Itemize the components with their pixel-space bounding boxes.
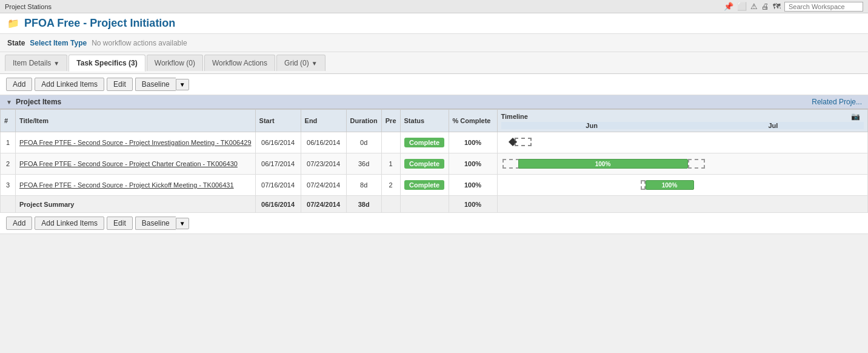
th-timeline: Timeline 📷 Jun Jul (497, 110, 867, 132)
row-2-gantt: 100% (497, 153, 867, 175)
toolbar-top: Add Add Linked Items Edit Baseline ▼ (0, 74, 868, 95)
row-2-status-badge: Complete (404, 159, 444, 169)
summary-status (400, 196, 449, 213)
table-header-row: # Title/Item Start End Duration Pre Stat… (1, 110, 868, 132)
add-linked-items-button-bottom[interactable]: Add Linked Items (35, 217, 104, 230)
state-label: State (7, 39, 25, 47)
section-toggle[interactable]: ▼ (6, 99, 12, 106)
gantt-dashed-3 (641, 180, 646, 190)
select-item-type[interactable]: Select Item Type (30, 39, 87, 47)
camera-icon[interactable]: 📷 (851, 112, 864, 121)
row-1-duration: 0d (346, 132, 381, 153)
table-row: 2 PFOA Free PTFE - Second Source - Proje… (1, 153, 868, 175)
th-status: Status (400, 110, 449, 132)
timeline-month-jul: Jul (683, 122, 864, 129)
row-3-start: 07/16/2014 (255, 175, 301, 196)
add-linked-items-button[interactable]: Add Linked Items (35, 78, 104, 91)
folder-icon: 📁 (7, 18, 19, 29)
summary-pre (381, 196, 400, 213)
top-bar-title: Project Stations (5, 3, 52, 10)
row-1-status: Complete (400, 132, 449, 153)
tab-item-details-arrow: ▼ (53, 60, 59, 67)
row-3-end: 07/24/2014 (301, 175, 346, 196)
baseline-dropdown-bottom: Baseline ▼ (135, 217, 189, 230)
top-bar-icons: 📌 ⬜ ⚠ 🖨 🗺 (724, 2, 863, 12)
row-3-status: Complete (400, 175, 449, 196)
row-3-num: 3 (1, 175, 16, 196)
row-2-status: Complete (400, 153, 449, 175)
th-duration: Duration (346, 110, 381, 132)
gantt-bar-3: 100% (646, 180, 694, 190)
th-title: Title/Item (16, 110, 256, 132)
summary-end: 07/24/2014 (301, 196, 346, 213)
timeline-month-jun: Jun (501, 122, 683, 129)
table-row: 3 PFOA Free PTFE - Second Source - Proje… (1, 175, 868, 196)
row-2-pre: 1 (381, 153, 400, 175)
baseline-arrow[interactable]: ▼ (176, 79, 189, 90)
row-3-duration: 8d (346, 175, 381, 196)
th-num: # (1, 110, 16, 132)
edit-button-bottom[interactable]: Edit (107, 217, 133, 230)
summary-duration: 38d (346, 196, 381, 213)
tab-grid-arrow: ▼ (312, 60, 318, 67)
section-title: Project Items (16, 98, 61, 106)
th-end: End (301, 110, 346, 132)
top-bar: Project Stations 📌 ⬜ ⚠ 🖨 🗺 (0, 0, 868, 13)
page-title: PFOA Free - Project Initiation (24, 17, 175, 30)
row-1-pct: 100% (449, 132, 497, 153)
row-1-end: 06/16/2014 (301, 132, 346, 153)
tab-task-specifics-label: Task Specifics (3) (76, 59, 138, 67)
row-2-title[interactable]: PFOA Free PTFE - Second Source - Project… (16, 153, 256, 175)
summary-gantt (497, 196, 867, 213)
baseline-arrow-bottom[interactable]: ▼ (176, 218, 189, 229)
row-1-gantt (497, 132, 867, 153)
edit-button[interactable]: Edit (107, 78, 133, 91)
section-header: ▼ Project Items Related Proje... (0, 95, 868, 109)
map-icon[interactable]: 🗺 (773, 2, 781, 11)
tabs-bar: Item Details ▼ Task Specifics (3) Workfl… (0, 52, 868, 74)
summary-row: Project Summary 06/16/2014 07/24/2014 38… (1, 196, 868, 213)
summary-start: 06/16/2014 (255, 196, 301, 213)
tab-workflow-label: Workflow (0) (155, 59, 195, 67)
row-2-start: 06/17/2014 (255, 153, 301, 175)
pin-icon[interactable]: 📌 (724, 2, 733, 11)
row-3-pct: 100% (449, 175, 497, 196)
summary-pct: 100% (449, 196, 497, 213)
th-start: Start (255, 110, 301, 132)
gantt-bar-2: 100% (518, 159, 688, 169)
row-3-gantt: 100% (497, 175, 867, 196)
gantt-dashed-2-right (688, 159, 705, 169)
related-projects-link[interactable]: Related Proje... (812, 98, 862, 106)
state-bar: State Select Item Type No workflow actio… (0, 34, 868, 52)
add-button-bottom[interactable]: Add (6, 217, 32, 230)
row-1-pre (381, 132, 400, 153)
row-2-duration: 36d (346, 153, 381, 175)
row-1-start: 06/16/2014 (255, 132, 301, 153)
window-icon[interactable]: ⬜ (737, 2, 747, 11)
baseline-button[interactable]: Baseline (135, 78, 176, 91)
table-body: 1 PFOA Free PTFE - Second Source - Proje… (1, 132, 868, 213)
summary-label: Project Summary (16, 196, 256, 213)
tab-workflow[interactable]: Workflow (0) (147, 55, 203, 71)
alert-icon[interactable]: ⚠ (750, 2, 758, 11)
tab-task-specifics[interactable]: Task Specifics (3) (68, 55, 145, 72)
table-row: 1 PFOA Free PTFE - Second Source - Proje… (1, 132, 868, 153)
th-pct-complete: % Complete (449, 110, 497, 132)
timeline-label: Timeline (501, 113, 528, 120)
tab-item-details[interactable]: Item Details ▼ (5, 55, 67, 71)
project-table: # Title/Item Start End Duration Pre Stat… (0, 109, 868, 213)
print-icon[interactable]: 🖨 (761, 2, 769, 11)
row-3-title[interactable]: PFOA Free PTFE - Second Source - Project… (16, 175, 256, 196)
row-2-pct: 100% (449, 153, 497, 175)
summary-num (1, 196, 16, 213)
row-1-status-badge: Complete (404, 138, 444, 147)
add-button[interactable]: Add (6, 78, 32, 91)
search-input[interactable] (784, 2, 863, 12)
row-2-end: 07/23/2014 (301, 153, 346, 175)
tab-workflow-actions[interactable]: Workflow Actions (204, 55, 275, 71)
tab-item-details-label: Item Details (13, 59, 51, 67)
tab-grid[interactable]: Grid (0) ▼ (276, 55, 326, 71)
row-1-title[interactable]: PFOA Free PTFE - Second Source - Project… (16, 132, 256, 153)
baseline-button-bottom[interactable]: Baseline (135, 217, 176, 230)
row-3-status-badge: Complete (404, 180, 444, 190)
